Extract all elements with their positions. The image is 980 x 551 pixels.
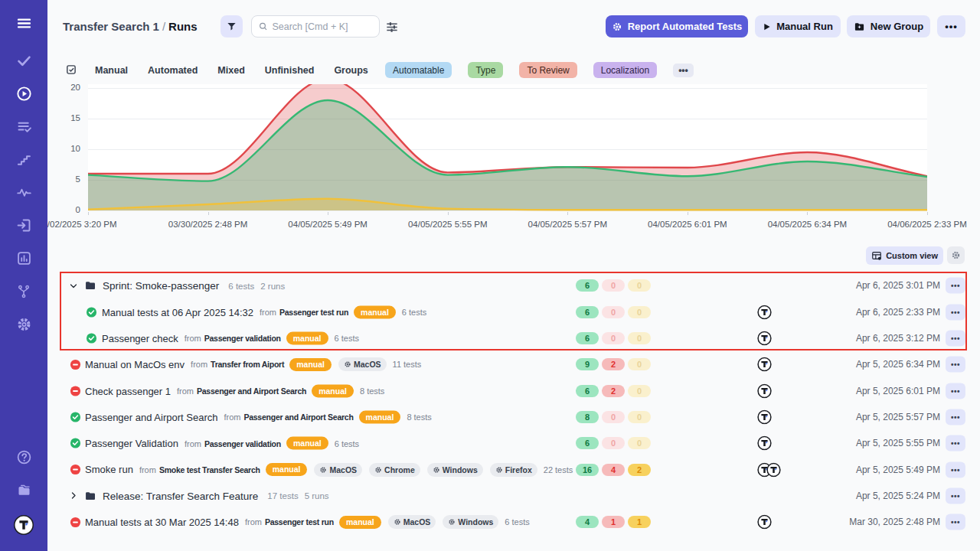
env-badge-windows: Windows	[443, 515, 498, 529]
row-more-button[interactable]: •••	[946, 514, 965, 530]
search-input[interactable]	[272, 21, 372, 32]
run-row[interactable]: Smoke runfromSmoke test Transfer Searchm…	[47, 456, 980, 482]
x-axis-tick	[448, 212, 449, 215]
row-more-button[interactable]: •••	[946, 278, 965, 294]
multi-select-icon[interactable]	[65, 64, 78, 77]
run-row[interactable]: Manual on MacOs envfromTransfer from Aip…	[47, 351, 980, 377]
main-content: Transfer Search 1/Runs Report Automated …	[47, 0, 980, 551]
tab-unfinished[interactable]: Unfinished	[265, 65, 315, 76]
sidebar-docs-icon[interactable]	[16, 482, 32, 498]
manual-run-button[interactable]: Manual Run	[755, 15, 841, 37]
failed-count-badge: 4	[602, 464, 625, 476]
env-gear-icon	[448, 518, 456, 526]
row-more-button[interactable]: •••	[946, 383, 965, 399]
sidebar-settings-gear-icon[interactable]	[16, 316, 32, 332]
run-group-row[interactable]: Sprint: Smoke-passenger6 tests2 runs600A…	[47, 272, 980, 298]
group-title: Sprint: Smoke-passenger	[103, 280, 219, 292]
tests-count: 11 tests	[393, 360, 422, 369]
result-badges: 600	[576, 279, 651, 292]
run-group-row[interactable]: Release: Transfer Search Feature17 tests…	[47, 483, 980, 509]
row-main: Manual on MacOs envfromTransfer from Aip…	[70, 357, 421, 371]
run-title: Passenger Validation	[85, 438, 178, 449]
tab-manual[interactable]: Manual	[95, 65, 128, 76]
filter-pill-automatable[interactable]: Automatable	[385, 62, 452, 78]
sidebar-branches-icon[interactable]	[16, 283, 32, 299]
menu-icon[interactable]	[16, 15, 32, 31]
row-more-button[interactable]: •••	[946, 409, 965, 425]
chevron-right-icon[interactable]	[69, 491, 78, 500]
from-label: from	[185, 334, 201, 343]
adjustments-icon[interactable]	[384, 18, 401, 35]
from-label: from	[185, 439, 201, 448]
row-main: Release: Transfer Search Feature17 tests…	[69, 490, 329, 501]
tab-groups[interactable]: Groups	[334, 65, 368, 76]
group-meta: 6 tests	[228, 281, 254, 290]
tests-count: 8 tests	[360, 386, 384, 396]
tests-count: 6 tests	[335, 334, 359, 343]
run-title: Manual on MacOs env	[85, 359, 185, 370]
sidebar-runs-play-icon[interactable]	[16, 86, 32, 102]
x-axis-label: 03/30/2025 2:48 PM	[168, 220, 248, 229]
header-more-button[interactable]: •••	[937, 15, 965, 37]
avatar	[757, 331, 772, 345]
sidebar-activity-icon[interactable]	[16, 184, 32, 201]
row-more-button[interactable]: •••	[946, 435, 965, 452]
row-more-button[interactable]: •••	[946, 304, 965, 320]
filter-pill-localization[interactable]: Localization	[593, 62, 657, 78]
filter-pill-to-review[interactable]: To Review	[519, 62, 577, 78]
y-axis-label: 10	[57, 144, 80, 153]
sidebar-help-icon[interactable]	[16, 449, 32, 465]
row-main: Manual tests at 30 Mar 2025 14:48fromPas…	[70, 515, 530, 529]
y-axis-label: 15	[57, 113, 80, 122]
new-group-button[interactable]: New Group	[847, 15, 930, 37]
row-more-button[interactable]: •••	[946, 461, 965, 478]
run-date: Apr 5, 2025 5:55 PM	[856, 438, 940, 448]
run-row[interactable]: Passenger checkfromPassenger validationm…	[47, 325, 980, 351]
run-row[interactable]: Manual tests at 30 Mar 2025 14:48fromPas…	[47, 509, 980, 535]
run-row[interactable]: Manual tests at 06 Apr 2025 14:32fromPas…	[47, 298, 980, 324]
env-label: MacOS	[403, 517, 431, 527]
result-badges: 411	[576, 516, 651, 528]
from-source: Passenger validation	[204, 334, 281, 343]
run-row[interactable]: Passenger and Airport SearchfromPassenge…	[47, 404, 980, 430]
row-more-button[interactable]: •••	[946, 357, 965, 373]
sidebar-analytics-icon[interactable]	[16, 250, 32, 266]
avatar	[757, 357, 772, 372]
tab-mixed[interactable]: Mixed	[217, 65, 244, 76]
filter-button[interactable]	[220, 15, 243, 37]
run-row[interactable]: Check passenger 1fromPassenger and Airpo…	[47, 377, 980, 403]
run-title: Manual tests at 30 Mar 2025 14:48	[85, 517, 239, 528]
automation-gear-icon	[612, 21, 622, 32]
run-date: Apr 5, 2025 5:57 PM	[856, 412, 940, 422]
filter-pill-type[interactable]: Type	[468, 62, 503, 78]
row-main: Passenger and Airport SearchfromPassenge…	[70, 410, 432, 423]
row-more-button[interactable]: •••	[946, 487, 965, 504]
search-box[interactable]	[251, 15, 380, 37]
env-label: Firefox	[505, 465, 532, 474]
status-passed-icon	[86, 306, 97, 318]
sidebar-import-icon[interactable]	[16, 217, 32, 233]
pills-more-button[interactable]: •••	[673, 64, 694, 77]
run-title: Smoke run	[85, 464, 133, 475]
failed-count-badge: 0	[602, 332, 625, 344]
breadcrumb-separator: /	[159, 20, 168, 33]
run-row[interactable]: Passenger ValidationfromPassenger valida…	[47, 430, 980, 456]
passed-count-badge: 16	[576, 464, 599, 476]
tests-count: 6 tests	[335, 439, 359, 448]
table-settings-gear-icon[interactable]	[947, 246, 965, 264]
avatar-group	[757, 515, 772, 530]
passed-count-badge: 9	[576, 358, 599, 370]
report-automated-tests-button[interactable]: Report Automated Tests	[606, 15, 748, 37]
env-gear-icon	[344, 360, 351, 368]
sidebar-steps-icon[interactable]	[16, 152, 32, 168]
tab-automated[interactable]: Automated	[148, 65, 198, 76]
sidebar-tests-check-icon[interactable]	[16, 53, 32, 69]
custom-view-button[interactable]: Custom view	[866, 246, 943, 265]
skipped-count-badge: 0	[628, 279, 651, 292]
avatar	[757, 383, 772, 398]
chevron-down-icon[interactable]	[69, 281, 78, 290]
failed-count-badge: 2	[602, 358, 625, 370]
sidebar-logo-avatar[interactable]	[14, 515, 34, 535]
sidebar-test-cases-icon[interactable]	[16, 119, 32, 135]
row-more-button[interactable]: •••	[946, 330, 965, 346]
